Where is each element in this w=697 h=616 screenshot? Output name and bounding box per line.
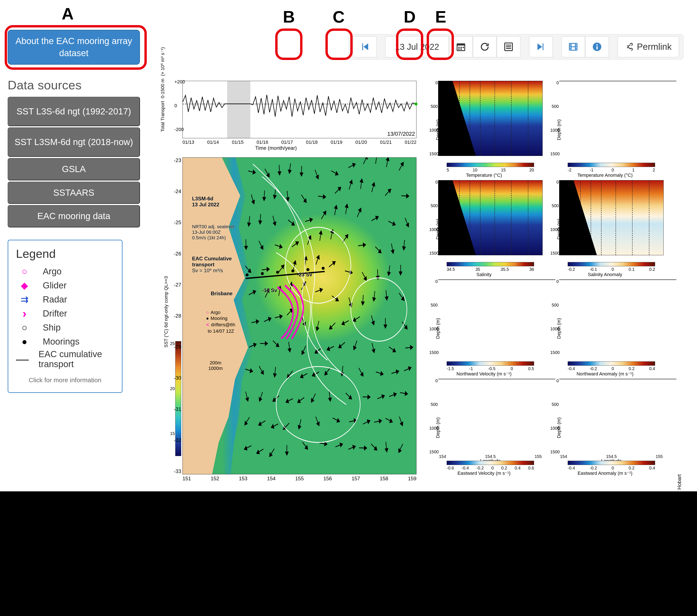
prev-date-button[interactable] bbox=[353, 36, 377, 57]
permlink-button[interactable]: Permlink bbox=[618, 36, 679, 57]
data-source-item[interactable]: SST L3SM-6d ngt (2018-now) bbox=[8, 128, 140, 157]
section-plot-area bbox=[559, 81, 676, 81]
transport-xlabel: Time (month/year) bbox=[255, 145, 297, 151]
svg-marker-37 bbox=[336, 172, 339, 176]
svg-marker-145 bbox=[253, 289, 256, 294]
data-source-item[interactable]: EAC mooring data bbox=[8, 205, 140, 228]
refresh-icon bbox=[480, 42, 490, 52]
depth-section-panel: Depth (m) 050010001500 -2-1012 Temperatu… bbox=[546, 81, 664, 178]
svg-line-23 bbox=[628, 47, 631, 49]
svg-rect-6 bbox=[460, 48, 462, 50]
data-sources-heading: Data sources bbox=[8, 78, 140, 92]
svg-marker-165 bbox=[385, 297, 388, 300]
drifter-tracks bbox=[274, 284, 311, 341]
svg-marker-131 bbox=[317, 254, 320, 259]
transport-ylabel: Total Transport 0-1500 m (× 10⁶ m³ s⁻¹) bbox=[160, 47, 165, 132]
current-date-marker bbox=[415, 103, 417, 105]
svg-marker-103 bbox=[296, 240, 299, 245]
section-plot-area bbox=[438, 379, 555, 379]
svg-marker-85 bbox=[335, 205, 338, 209]
svg-marker-49 bbox=[252, 200, 255, 204]
bathymetry-mask bbox=[439, 81, 476, 156]
svg-marker-225 bbox=[300, 375, 303, 379]
legend-label: Ship bbox=[43, 322, 61, 333]
argo-symbol: ○ bbox=[16, 266, 33, 277]
data-source-item[interactable]: SSTAARS bbox=[8, 182, 140, 204]
section-plot-area bbox=[559, 180, 664, 255]
data-source-item[interactable]: GSLA bbox=[8, 158, 140, 180]
svg-marker-309 bbox=[385, 449, 388, 452]
svg-marker-161 bbox=[361, 302, 364, 305]
svg-marker-33 bbox=[300, 173, 303, 176]
app-window: About the EAC mooring array dataset Data… bbox=[0, 0, 697, 492]
svg-marker-59 bbox=[323, 195, 326, 199]
svg-marker-241 bbox=[246, 398, 249, 402]
section-colorbar-label: Temperature (°C) bbox=[425, 173, 543, 178]
depth-ticks: 050010001500 bbox=[550, 378, 559, 454]
section-colorbar bbox=[568, 163, 655, 167]
section-colorbar-ticks: -2-1012 bbox=[568, 167, 655, 173]
section-colorbar-label: Temperature Anomaly (°C) bbox=[546, 173, 664, 178]
svg-marker-215 bbox=[410, 346, 413, 350]
svg-marker-163 bbox=[372, 297, 376, 302]
depth-ticks: 050010001500 bbox=[550, 80, 559, 156]
section-colorbar-label: Northward Anomaly (m s⁻¹) bbox=[546, 371, 664, 377]
section-colorbar bbox=[447, 163, 534, 167]
section-colorbar-label: Eastward Anomaly (m s⁻¹) bbox=[546, 470, 664, 476]
section-plot-area bbox=[438, 279, 555, 280]
svg-marker-205 bbox=[326, 347, 330, 352]
svg-marker-87 bbox=[345, 204, 348, 208]
svg-marker-31 bbox=[288, 170, 291, 174]
svg-marker-51 bbox=[263, 197, 266, 201]
svg-rect-5 bbox=[458, 48, 460, 50]
glider-symbol: ◆ bbox=[16, 280, 33, 291]
depth-section-panel: Depth (m) 050010001500 154154.5155 Longi… bbox=[425, 379, 543, 476]
map-frame: L3SM-6d 13 Jul 2022 NRT00 adj. sealevel … bbox=[182, 157, 416, 474]
svg-marker-101 bbox=[280, 245, 282, 249]
svg-marker-63 bbox=[350, 179, 353, 184]
svg-marker-311 bbox=[398, 449, 401, 454]
plot-date-stamp: 13/07/2022 bbox=[387, 131, 415, 137]
section-colorbar-ticks: -0.4-0.200.20.4 bbox=[568, 466, 655, 470]
svg-marker-239 bbox=[409, 366, 412, 370]
drifter-symbol: › bbox=[16, 307, 33, 320]
svg-marker-249 bbox=[297, 399, 300, 404]
svg-marker-211 bbox=[372, 349, 376, 353]
depth-section-panel: Depth (m) 050010001500 -0.2-0.100.10.2 S… bbox=[546, 180, 664, 278]
legend-box[interactable]: Legend ○Argo ◆Glider ⇉Radar ›Drifter ○Sh… bbox=[8, 240, 122, 393]
depth-ticks: 050010001500 bbox=[429, 378, 438, 454]
about-dataset-button[interactable]: About the EAC mooring array dataset bbox=[8, 30, 140, 65]
video-button[interactable] bbox=[561, 36, 585, 57]
svg-marker-119 bbox=[402, 247, 405, 250]
depth-section-panel: Depth (m) 050010001500 -0.4-0.200.20.4 N… bbox=[546, 279, 664, 377]
calendar-button[interactable] bbox=[449, 36, 473, 57]
depth-ticks: 050010001500 bbox=[429, 80, 438, 156]
data-source-item[interactable]: SST L3S-6d ngt (1992-2017) bbox=[8, 97, 140, 126]
next-date-button[interactable] bbox=[529, 36, 553, 57]
legend-label: Moorings bbox=[43, 337, 79, 347]
info-button[interactable] bbox=[585, 36, 609, 57]
main-content: 13/07/2022 Total Transport 0-1500 m (× 1… bbox=[170, 81, 685, 479]
svg-marker-39 bbox=[353, 162, 356, 167]
svg-marker-73 bbox=[247, 223, 251, 226]
svg-line-42 bbox=[376, 158, 377, 164]
legend-label: Argo bbox=[43, 266, 62, 277]
sst-map: L3SM-6d 13 Jul 2022 NRT00 adj. sealevel … bbox=[182, 157, 416, 474]
refresh-button[interactable] bbox=[473, 36, 496, 57]
svg-marker-89 bbox=[359, 207, 362, 212]
current-date-display: 13 Jul 2022 bbox=[385, 36, 449, 57]
svg-marker-289 bbox=[244, 446, 247, 451]
section-plot-area bbox=[559, 379, 676, 379]
list-button[interactable] bbox=[496, 36, 520, 57]
svg-marker-209 bbox=[353, 346, 356, 351]
svg-marker-207 bbox=[338, 344, 341, 350]
svg-marker-277 bbox=[337, 419, 340, 423]
svg-marker-199 bbox=[288, 348, 292, 352]
svg-rect-21 bbox=[596, 46, 598, 49]
toolbar: 13 Jul 2022 bbox=[348, 34, 683, 60]
svg-marker-305 bbox=[364, 446, 367, 450]
ship-symbol: ○ bbox=[16, 322, 33, 333]
svg-marker-107 bbox=[319, 231, 323, 234]
svg-point-20 bbox=[596, 44, 598, 45]
section-colorbar-label: Eastward Velocity (m s⁻¹) bbox=[425, 470, 543, 476]
